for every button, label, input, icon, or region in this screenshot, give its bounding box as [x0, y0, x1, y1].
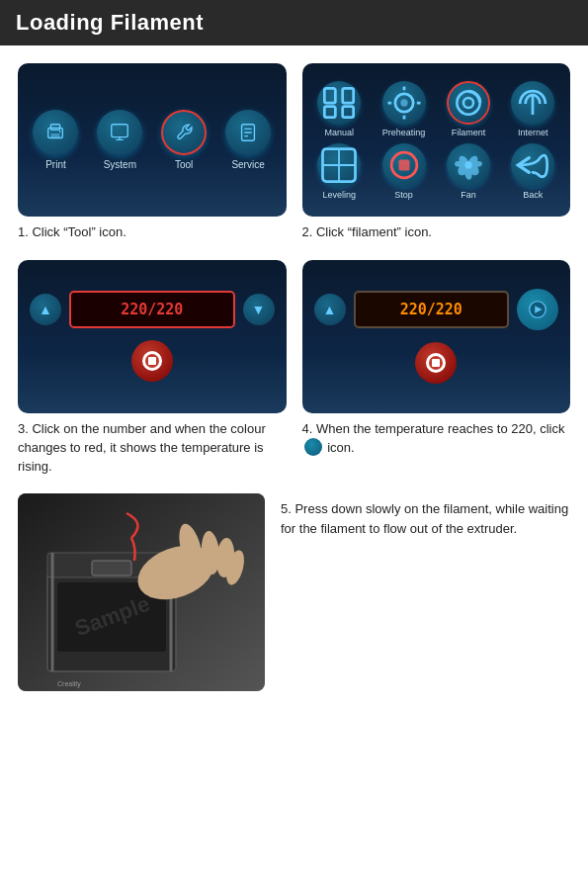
step-4-screen: ▲ 220/220 — [302, 260, 571, 413]
load-icon — [527, 299, 548, 320]
leveling-label: Leveling — [322, 190, 356, 200]
system-label: System — [104, 159, 136, 170]
filament-icon — [449, 83, 488, 123]
stop-icon-4 — [426, 353, 446, 373]
svg-rect-24 — [398, 159, 409, 170]
temp-up-arrow-4[interactable]: ▲ — [314, 294, 346, 325]
svg-rect-33 — [92, 561, 131, 575]
temp-row-3: ▲ 220/220 ▼ — [30, 291, 275, 328]
step-2-screen: Manual Preheating — [302, 63, 571, 217]
filament-menu-stop[interactable]: Stop — [375, 143, 433, 200]
svg-rect-13 — [325, 106, 336, 117]
step-1-cell: Print System — [18, 63, 287, 246]
internet-icon-wrap — [511, 81, 554, 125]
preheating-icon — [382, 81, 426, 125]
filament-menu-back[interactable]: Back — [504, 143, 562, 200]
page-header: Loading Filament — [0, 0, 588, 45]
printer-photo-svg: Creality Sample — [18, 493, 265, 691]
svg-text:Creality: Creality — [57, 680, 81, 688]
menu-item-print[interactable]: Print — [28, 110, 84, 170]
stop-icon-3 — [142, 351, 162, 371]
leveling-icon-wrap — [317, 143, 361, 187]
system-icon — [109, 122, 130, 143]
filament-menu-leveling[interactable]: Leveling — [310, 143, 369, 200]
service-icon-wrap — [225, 110, 271, 155]
system-icon-wrap — [97, 110, 142, 155]
menu-item-tool[interactable]: Tool — [156, 110, 212, 170]
stop-menu-icon — [382, 143, 426, 187]
manual-icon-wrap — [317, 81, 361, 125]
step-1-screen: Print System — [18, 63, 287, 217]
step-3-cell: ▲ 220/220 ▼ 3. Click on the number and w… — [18, 260, 287, 481]
step-4-inline-icon — [304, 438, 322, 456]
print-icon-wrap — [33, 110, 78, 155]
filament-menu-fan[interactable]: Fan — [439, 143, 497, 200]
page-title: Loading Filament — [16, 10, 204, 36]
filament-menu-grid: Manual Preheating — [310, 81, 563, 200]
manual-icon — [317, 81, 361, 125]
filament-menu-internet[interactable]: Internet — [504, 81, 562, 137]
temp-display-3[interactable]: 220/220 — [69, 291, 235, 328]
filament-menu-preheating[interactable]: Preheating — [375, 81, 433, 137]
filament-menu-manual[interactable]: Manual — [310, 81, 369, 137]
step-5-photo: Creality Sample — [18, 493, 265, 691]
step-1-description: 1. Click “Tool” icon. — [18, 223, 287, 242]
print-icon — [44, 122, 66, 143]
filament-label: Filament — [452, 128, 486, 137]
internet-icon — [511, 81, 554, 125]
svg-rect-11 — [325, 88, 336, 103]
steps-row-1: Print System — [18, 63, 570, 246]
tool-icon — [173, 122, 195, 143]
back-label: Back — [523, 190, 543, 200]
svg-rect-2 — [51, 133, 60, 138]
service-icon — [237, 122, 259, 143]
filament-icon-wrap-hl — [447, 81, 490, 125]
temp-down-arrow[interactable]: ▼ — [243, 294, 275, 325]
step-4-cell: ▲ 220/220 4. When the temper — [302, 260, 571, 481]
tool-menu-grid: Print System — [28, 110, 277, 170]
leveling-icon — [317, 143, 361, 187]
preheating-icon-wrap — [382, 81, 426, 125]
load-filament-button[interactable] — [517, 289, 558, 330]
preheating-label: Preheating — [382, 128, 426, 137]
service-label: Service — [231, 159, 264, 170]
steps-row-2: ▲ 220/220 ▼ 3. Click on the number and w… — [18, 260, 570, 481]
tool-icon-wrap — [161, 110, 207, 155]
stop-button-3[interactable] — [131, 340, 173, 382]
menu-item-service[interactable]: Service — [220, 110, 277, 170]
step-4-description: 4. When the temperature reaches to 220, … — [302, 420, 571, 458]
main-content: Print System — [0, 63, 588, 691]
temp-display-4: 220/220 — [354, 291, 510, 328]
manual-label: Manual — [324, 128, 354, 137]
stop-button-4[interactable] — [415, 342, 457, 384]
temp-up-arrow[interactable]: ▲ — [30, 294, 61, 325]
filament-menu-filament[interactable]: Filament — [439, 81, 497, 137]
step-3-description: 3. Click on the number and when the colo… — [18, 420, 287, 477]
back-icon-wrap — [511, 143, 554, 187]
svg-rect-14 — [343, 106, 354, 117]
svg-point-16 — [400, 99, 407, 106]
steps-row-3: Creality Sample 5. Press down slowly on … — [18, 493, 570, 691]
internet-label: Internet — [518, 128, 548, 137]
temp-row-4: ▲ 220/220 — [314, 289, 559, 330]
svg-rect-1 — [51, 125, 60, 131]
stop-icon-wrap — [382, 143, 426, 187]
svg-point-18 — [463, 98, 473, 108]
svg-rect-4 — [112, 125, 128, 137]
fan-icon — [447, 143, 490, 187]
menu-item-system[interactable]: System — [92, 110, 148, 170]
step-2-cell: Manual Preheating — [302, 63, 571, 246]
svg-point-3 — [59, 131, 61, 132]
step-3-screen: ▲ 220/220 ▼ — [18, 260, 287, 413]
step-2-description: 2. Click “filament” icon. — [302, 223, 571, 242]
photo-placeholder: Creality Sample — [18, 493, 265, 691]
tool-label: Tool — [175, 159, 193, 170]
svg-rect-12 — [343, 88, 354, 103]
back-icon — [511, 143, 554, 187]
step-5-description: 5. Press down slowly on the filament, wh… — [281, 493, 570, 538]
print-label: Print — [45, 159, 66, 170]
stop-label: Stop — [394, 190, 413, 200]
fan-label: Fan — [461, 190, 476, 200]
fan-icon-wrap — [447, 143, 490, 187]
